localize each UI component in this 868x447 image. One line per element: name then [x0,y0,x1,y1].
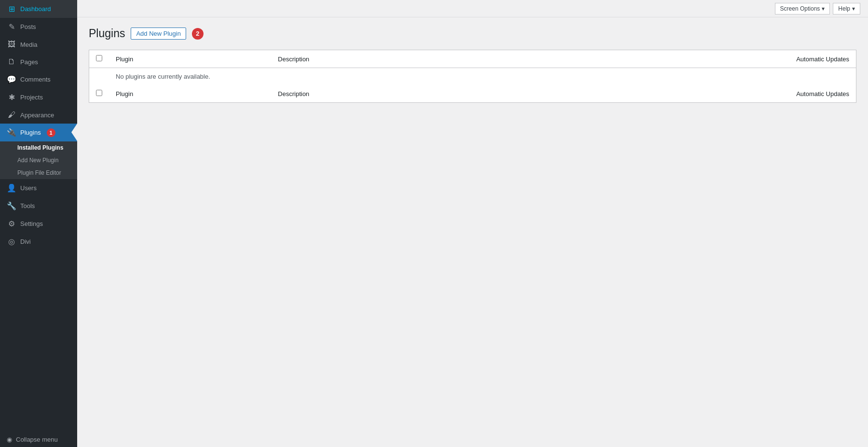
sidebar-item-label: Tools [20,202,35,210]
add-new-plugin-button[interactable]: Add New Plugin [131,28,186,40]
plugin-column-header: Plugin [109,50,271,68]
footer-select-all-checkbox[interactable] [96,90,102,96]
help-chevron: ▾ [852,5,855,12]
sidebar-item-users[interactable]: 👤 Users [0,179,77,197]
plugins-icon: 🔌 [7,128,16,137]
footer-auto-updates-column: Automatic Updates [506,85,856,103]
sidebar-item-label: Settings [20,220,43,227]
sidebar-item-tools[interactable]: 🔧 Tools [0,197,77,215]
sidebar-item-label: Media [20,41,37,48]
screen-options-label: Screen Options [780,5,820,12]
sidebar-item-posts[interactable]: ✎ Posts [0,18,77,36]
collapse-menu-label: Collapse menu [16,436,58,443]
sidebar-item-label: Projects [20,94,43,101]
plugins-label-row: 🔌 Plugins 1 [0,124,77,141]
sidebar-item-plugins[interactable]: 🔌 Plugins 1 [0,124,77,141]
sidebar-item-dashboard[interactable]: ⊞ Dashboard [0,0,77,18]
empty-message: No plugins are currently available. [109,68,856,85]
plugins-submenu: Installed Plugins Add New Plugin Plugin … [0,141,77,179]
submenu-plugin-file-editor[interactable]: Plugin File Editor [0,167,77,179]
sidebar-item-label: Pages [20,58,38,66]
sidebar-item-comments[interactable]: 💬 Comments [0,70,77,88]
sidebar-item-settings[interactable]: ⚙ Settings [0,215,77,233]
description-column-header: Description [271,50,506,68]
submenu-add-new-plugin[interactable]: Add New Plugin [0,154,77,167]
sidebar-item-label: Comments [20,76,51,83]
posts-icon: ✎ [7,22,16,31]
empty-checkbox-cell [89,68,109,85]
plugins-badge: 1 [47,128,55,137]
footer-plugin-column: Plugin [109,85,271,103]
appearance-icon: 🖌 [7,111,16,119]
select-all-checkbox[interactable] [96,55,102,61]
footer-description-column: Description [271,85,506,103]
collapse-menu-button[interactable]: ◉ Collapse menu [0,432,77,447]
projects-icon: ✱ [7,93,16,102]
page-title: Plugins [89,27,125,40]
table-empty-row: No plugins are currently available. [89,68,856,85]
screen-options-chevron: ▾ [822,5,825,12]
active-arrow [71,124,77,141]
sidebar-item-pages[interactable]: 🗋 Pages [0,53,77,70]
sidebar-item-projects[interactable]: ✱ Projects [0,88,77,106]
help-button[interactable]: Help ▾ [833,3,860,14]
page-content: Plugins Add New Plugin 2 Plugin Descript… [77,17,868,447]
divi-icon: ◎ [7,237,16,246]
users-icon: 👤 [7,183,16,193]
sidebar: ⊞ Dashboard ✎ Posts 🖼 Media 🗋 Pages 💬 Co… [0,0,77,447]
table-header-row: Plugin Description Automatic Updates [89,50,856,68]
sidebar-item-appearance[interactable]: 🖌 Appearance [0,106,77,124]
collapse-icon: ◉ [7,436,12,443]
main-area: Screen Options ▾ Help ▾ Plugins Add New … [77,0,868,447]
sidebar-item-label: Appearance [20,112,54,119]
footer-select-all-header [89,85,109,103]
submenu-installed-plugins[interactable]: Installed Plugins [0,141,77,154]
page-notification-badge: 2 [192,28,203,40]
sidebar-item-label: Dashboard [20,5,51,13]
dashboard-icon: ⊞ [7,4,16,14]
sidebar-item-divi[interactable]: ◎ Divi [0,233,77,251]
page-header: Plugins Add New Plugin 2 [89,27,856,40]
sidebar-item-media[interactable]: 🖼 Media [0,36,77,53]
table-footer-row: Plugin Description Automatic Updates [89,85,856,103]
auto-updates-column-header: Automatic Updates [506,50,856,68]
tools-icon: 🔧 [7,201,16,210]
plugins-table: Plugin Description Automatic Updates No … [89,50,856,103]
comments-icon: 💬 [7,75,16,84]
sidebar-item-label: Users [20,184,37,192]
help-label: Help [838,5,850,12]
sidebar-item-label: Posts [20,23,36,30]
screen-options-button[interactable]: Screen Options ▾ [775,3,830,14]
select-all-header [89,50,109,68]
topbar: Screen Options ▾ Help ▾ [77,0,868,17]
pages-icon: 🗋 [7,57,16,66]
sidebar-item-label: Plugins [20,129,41,136]
sidebar-item-label: Divi [20,238,31,245]
media-icon: 🖼 [7,40,16,49]
settings-icon: ⚙ [7,219,16,228]
